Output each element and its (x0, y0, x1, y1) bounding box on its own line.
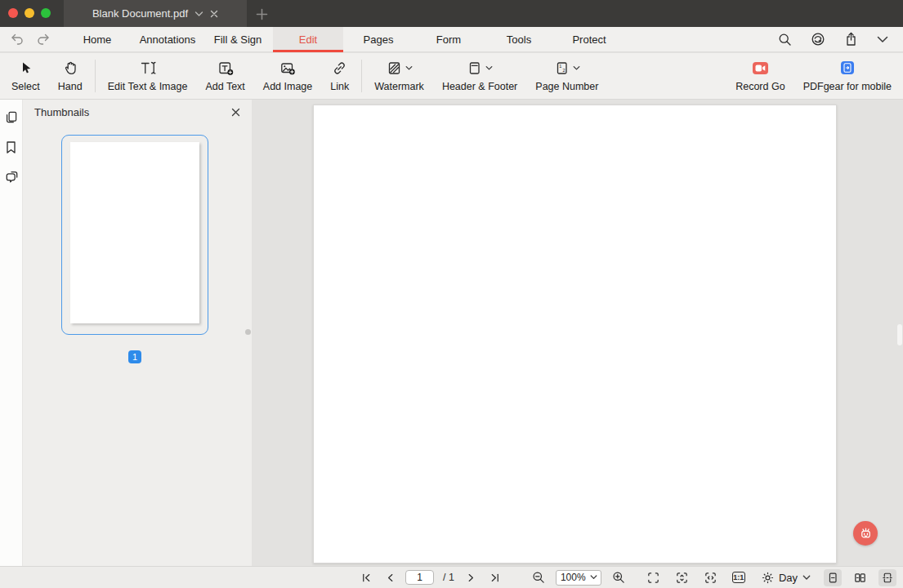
sidebar-comments-icon[interactable] (4, 171, 19, 184)
titlebar: Blank Document.pdf (0, 0, 903, 27)
first-page-button[interactable] (358, 570, 375, 586)
zoom-controls: 100% (530, 569, 628, 586)
ribbon-tabs: Home Annotations Fill & Sign Edit Pages … (62, 27, 624, 51)
tab-pages[interactable]: Pages (343, 27, 414, 51)
hand-icon (63, 60, 78, 76)
last-page-button[interactable] (486, 570, 503, 586)
window-controls (8, 8, 51, 18)
page-number-button[interactable]: 12 Page Number (526, 53, 607, 99)
toolbar-divider (361, 60, 362, 92)
scrollbar-handle[interactable] (897, 324, 902, 345)
add-image-button[interactable]: Add Image (254, 53, 321, 99)
ai-assistant-button[interactable] (853, 521, 878, 546)
zoom-window-button[interactable] (41, 8, 51, 18)
add-text-button[interactable]: Add Text (196, 53, 253, 99)
edit-toolbar: Select Hand Edit Text & Image Add Text A… (0, 53, 903, 100)
watermark-icon (387, 60, 402, 76)
tab-form[interactable]: Form (414, 27, 484, 51)
panel-resize-handle[interactable] (245, 329, 251, 335)
close-window-button[interactable] (8, 8, 18, 18)
robot-icon (858, 526, 874, 541)
link-button[interactable]: Link (321, 53, 358, 99)
main-content: Thumbnails 1 (0, 100, 903, 566)
tab-edit[interactable]: Edit (273, 27, 343, 51)
two-page-view-button[interactable] (851, 569, 869, 586)
theme-label: Day (779, 572, 798, 584)
tab-home[interactable]: Home (62, 27, 132, 51)
toolbar-divider (95, 60, 96, 92)
record-go-icon (753, 62, 768, 74)
header-footer-button[interactable]: Header & Footer (433, 53, 526, 99)
fit-width-icon[interactable] (701, 569, 720, 586)
redo-icon[interactable] (36, 33, 51, 46)
header-footer-chevron-icon (485, 65, 493, 71)
zoom-out-icon[interactable] (530, 569, 548, 586)
tab-tools[interactable]: Tools (484, 27, 554, 51)
link-icon (332, 60, 347, 76)
page-number-chevron-icon (573, 65, 580, 71)
thumbnails-panel: Thumbnails 1 (23, 100, 252, 566)
tab-fill-sign[interactable]: Fill & Sign (203, 27, 273, 51)
layout-controls (824, 569, 896, 586)
fit-page-icon[interactable] (644, 569, 663, 586)
watermark-button[interactable]: Watermark (365, 53, 433, 99)
sidebar-thumbnails-icon[interactable] (4, 110, 18, 124)
tab-menu-chevron-icon[interactable] (194, 11, 203, 17)
header-footer-icon (467, 60, 482, 76)
zoom-in-icon[interactable] (610, 569, 628, 586)
actual-size-icon[interactable]: 1:1 (730, 570, 748, 585)
cursor-icon (18, 60, 33, 76)
minimize-window-button[interactable] (25, 8, 34, 18)
page-thumbnail-preview (70, 142, 199, 323)
add-image-icon (279, 60, 296, 76)
watermark-chevron-icon (405, 65, 413, 71)
edit-text-image-icon (140, 60, 156, 76)
page-total-label: / 1 (443, 572, 454, 583)
select-tool-button[interactable]: Select (0, 53, 49, 99)
sidebar-bookmarks-icon[interactable] (5, 140, 17, 154)
pdfgear-mobile-button[interactable]: PDFgear for mobile (794, 53, 903, 99)
collapse-ribbon-chevron-icon[interactable] (877, 36, 888, 43)
svg-text:2: 2 (562, 68, 565, 73)
thumbnails-panel-close-icon[interactable] (231, 108, 240, 117)
fit-height-icon[interactable] (673, 569, 691, 586)
zoom-level-select[interactable]: 100% (556, 570, 601, 586)
document-tab-title: Blank Document.pdf (92, 7, 188, 20)
tab-protect[interactable]: Protect (554, 27, 624, 51)
sidebar-icon-strip (0, 100, 23, 566)
page-thumbnail[interactable] (61, 135, 208, 335)
svg-text:1: 1 (559, 63, 561, 68)
hand-tool-button[interactable]: Hand (49, 53, 92, 99)
document-viewer[interactable] (252, 100, 903, 566)
page-number-icon: 12 (554, 60, 570, 76)
document-tab[interactable]: Blank Document.pdf (64, 0, 247, 27)
fit-controls: 1:1 (644, 569, 748, 586)
search-icon[interactable] (778, 33, 792, 47)
page-number-input[interactable] (405, 570, 434, 585)
edit-text-image-button[interactable]: Edit Text & Image (99, 53, 197, 99)
single-page-view-button[interactable] (824, 569, 842, 586)
undo-icon[interactable] (10, 33, 25, 46)
previous-page-button[interactable] (382, 570, 398, 586)
continuous-scroll-view-button[interactable] (878, 569, 896, 586)
sun-icon (761, 571, 775, 585)
pdf-page[interactable] (313, 105, 837, 564)
statusbar: / 1 100% 1:1 (0, 566, 903, 588)
tab-annotations[interactable]: Annotations (132, 27, 203, 51)
thumbnails-panel-title: Thumbnails (34, 106, 89, 118)
tab-close-icon[interactable] (210, 10, 218, 18)
new-tab-button[interactable] (252, 4, 271, 24)
add-text-icon (217, 60, 234, 76)
page-navigation: / 1 (358, 570, 503, 586)
zoom-level-value: 100% (561, 572, 586, 583)
page-number-badge: 1 (128, 350, 141, 363)
theme-chevron-icon (802, 575, 811, 581)
share-icon[interactable] (844, 32, 858, 47)
ribbon-bar: Home Annotations Fill & Sign Edit Pages … (0, 27, 903, 52)
theme-select[interactable]: Day (761, 571, 811, 585)
mobile-phone-icon (841, 61, 854, 74)
support-icon[interactable] (811, 32, 825, 47)
next-page-button[interactable] (463, 570, 479, 586)
record-go-button[interactable]: Record Go (726, 53, 793, 99)
